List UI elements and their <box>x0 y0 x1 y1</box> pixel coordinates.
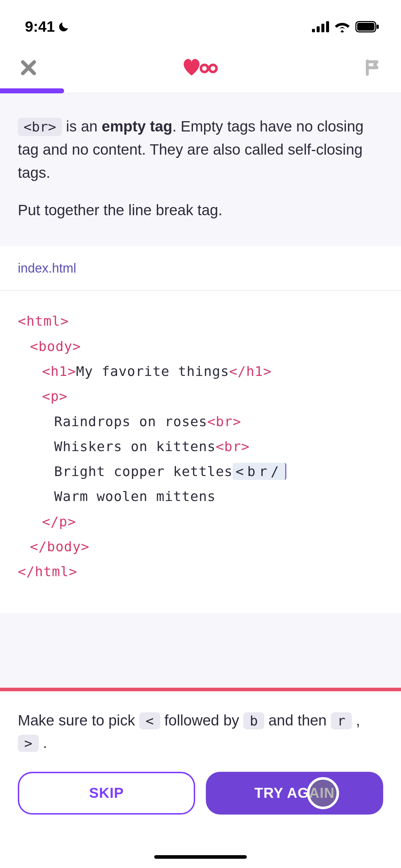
lesson-paragraph-1: <br> is an empty tag. Empty tags have no… <box>18 115 383 184</box>
svg-rect-1 <box>317 26 319 32</box>
wifi-icon <box>334 21 350 33</box>
code-line: <h1>My favorite things</h1> <box>18 359 383 384</box>
svg-rect-3 <box>326 21 329 32</box>
flag-icon <box>364 59 381 77</box>
code-chip: > <box>18 735 39 752</box>
code-line: <html> <box>18 309 383 334</box>
home-indicator[interactable] <box>154 855 247 859</box>
code-line: Warm woolen mittens <box>18 484 383 509</box>
report-button[interactable] <box>362 57 383 78</box>
feedback-message: Make sure to pick < followed by b and th… <box>0 691 401 768</box>
lesson-paragraph-2: Put together the line break tag. <box>18 198 383 222</box>
svg-point-9 <box>201 65 208 72</box>
svg-rect-0 <box>312 29 315 32</box>
code-chip: b <box>243 712 264 729</box>
cellular-signal-icon <box>312 21 329 33</box>
code-editor[interactable]: <html> <body> <h1>My favorite things</h1… <box>0 291 401 613</box>
button-row: SKIP TRY AGAIN <box>0 768 401 836</box>
close-icon <box>20 59 37 76</box>
status-icons <box>312 21 380 33</box>
try-again-button[interactable]: TRY AGAIN <box>206 772 383 815</box>
close-button[interactable] <box>18 57 39 78</box>
code-line: </body> <box>18 534 383 559</box>
fill-blank-input[interactable]: <br/ <box>233 463 286 480</box>
svg-point-10 <box>209 65 217 72</box>
svg-rect-2 <box>321 24 324 32</box>
code-chip: < <box>139 712 160 729</box>
progress-bar <box>0 88 401 93</box>
status-bar: 9:41 <box>0 0 401 46</box>
code-line: Bright copper kettles<br/ <box>18 459 383 484</box>
top-nav <box>0 46 401 93</box>
svg-rect-6 <box>377 25 379 29</box>
battery-icon <box>355 21 380 33</box>
code-line: <body> <box>18 334 383 359</box>
spacer <box>0 613 401 688</box>
status-time-text: 9:41 <box>25 18 55 35</box>
app-logo <box>181 57 220 78</box>
code-line: <p> <box>18 384 383 409</box>
code-line: </html> <box>18 559 383 584</box>
code-chip-br: <br> <box>18 118 62 136</box>
file-tab[interactable]: index.html <box>0 247 401 291</box>
code-chip: r <box>331 712 352 729</box>
error-divider <box>0 688 401 691</box>
skip-button[interactable]: SKIP <box>18 772 195 815</box>
status-time: 9:41 <box>25 18 70 35</box>
moon-icon <box>58 21 70 33</box>
svg-rect-5 <box>357 23 375 31</box>
try-again-button-label: TRY AGAIN <box>254 785 334 801</box>
file-name: index.html <box>18 261 76 275</box>
code-line: Whiskers on kittens<br> <box>18 434 383 459</box>
lesson-prompt: <br> is an empty tag. Empty tags have no… <box>0 93 401 247</box>
code-line: </p> <box>18 509 383 534</box>
progress-fill <box>0 88 64 93</box>
heart-infinity-icon <box>181 57 220 78</box>
skip-button-label: SKIP <box>89 785 124 801</box>
code-line: Raindrops on roses<br> <box>18 409 383 434</box>
